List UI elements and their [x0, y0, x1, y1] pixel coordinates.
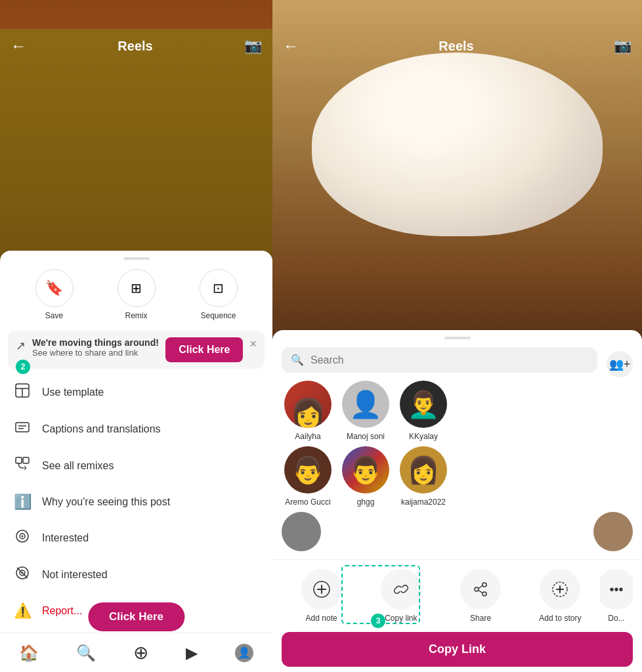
- svg-point-24: [482, 583, 486, 587]
- see-remixes-item[interactable]: See all remixes: [0, 448, 272, 484]
- partial-text: [326, 512, 588, 551]
- add-story-label: Add to story: [539, 614, 581, 623]
- banner-title: We're moving things around!: [32, 337, 159, 348]
- not-interested-label: Not interested: [42, 569, 108, 581]
- search-input[interactable]: [310, 354, 588, 366]
- contact-ghgg[interactable]: ghgg: [339, 446, 392, 507]
- page-title-right: Reels: [439, 39, 473, 54]
- contact-kkyalay[interactable]: KKyalay: [397, 381, 450, 441]
- see-remixes-label: See all remixes: [42, 460, 114, 472]
- add-note-label: Add note: [306, 614, 337, 623]
- captions-item[interactable]: Captions and translations: [0, 411, 272, 448]
- contact-avatar-kkyalay: [400, 381, 447, 428]
- sheet-handle: [123, 257, 150, 260]
- banner-arrow-icon: ↗: [16, 339, 26, 353]
- svg-line-27: [479, 586, 482, 589]
- share-handle: [444, 337, 471, 339]
- right-panel: 2:45 🔑⚡9.3K/s 📶🔋 ← Reels 📷 🔍 👥+ Aailyha: [272, 0, 642, 672]
- copy-link-button[interactable]: Copy Link: [282, 632, 633, 667]
- add-to-story-action[interactable]: Add to story: [521, 569, 600, 623]
- copy-link-icon: [381, 569, 421, 610]
- close-banner-button[interactable]: ×: [249, 337, 257, 351]
- remix-icon: ⊞: [118, 269, 156, 307]
- search-row: 🔍 👥+: [272, 347, 642, 381]
- svg-rect-7: [23, 457, 29, 463]
- contact-aailyha[interactable]: Aailyha: [282, 381, 334, 441]
- sequence-icon: ⊡: [200, 269, 238, 307]
- interested-icon: [13, 529, 32, 547]
- left-panel: 2:45 🔑⚡15K/s 📶🔋 ← Reels 📷 🤍 586K 💬 1,267…: [0, 0, 272, 672]
- contact-name-manoj: Manoj soni: [347, 432, 385, 441]
- notification-banner: ↗ We're moving things around! See where …: [8, 331, 265, 369]
- add-story-icon: [540, 569, 580, 610]
- svg-line-14: [17, 568, 28, 578]
- sequence-label: Sequence: [200, 311, 236, 320]
- camera-icon-right[interactable]: 📷: [614, 37, 631, 54]
- contact-partial-1[interactable]: [282, 512, 321, 551]
- share-icon-action: [460, 569, 501, 610]
- svg-point-26: [475, 587, 479, 591]
- contact-name-kkyalay: KKyalay: [409, 432, 438, 441]
- svg-point-25: [482, 592, 486, 596]
- contact-partial-2[interactable]: [593, 512, 633, 551]
- camera-icon-left[interactable]: 📷: [244, 37, 262, 54]
- captions-icon: [13, 420, 32, 438]
- contact-aremo[interactable]: Aremo Gucci: [282, 446, 334, 507]
- share-action[interactable]: Share: [441, 569, 521, 623]
- step2-badge: 2: [16, 360, 30, 374]
- search-icon: 🔍: [291, 354, 304, 366]
- banner-subtitle: See where to share and link: [32, 348, 159, 358]
- nav-home[interactable]: 🏠: [19, 644, 39, 662]
- contacts-row-1: Aailyha Manoj soni KKyalay: [272, 381, 642, 446]
- interested-label: Interested: [42, 532, 89, 544]
- share-label: Share: [470, 614, 491, 623]
- nav-reels[interactable]: ▶: [186, 644, 198, 662]
- contact-manoj[interactable]: Manoj soni: [339, 381, 392, 441]
- sheet-icons-row: 🔖 Save ⊞ Remix ⊡ Sequence: [0, 269, 272, 331]
- do-label: Do...: [608, 614, 624, 623]
- copy-link-label: Copy link: [385, 614, 417, 623]
- interested-item[interactable]: Interested: [0, 520, 272, 556]
- remixes-icon: [13, 457, 32, 475]
- nav-search[interactable]: 🔍: [76, 644, 96, 662]
- search-bar[interactable]: 🔍: [282, 347, 597, 373]
- add-note-action[interactable]: Add note: [282, 569, 361, 623]
- back-button-left[interactable]: ←: [11, 37, 26, 55]
- back-button-right[interactable]: ←: [283, 37, 299, 55]
- more-action[interactable]: ••• Do...: [600, 569, 633, 623]
- not-interested-item[interactable]: Not interested: [0, 556, 272, 593]
- info-icon: ℹ️: [13, 494, 32, 511]
- use-template-item[interactable]: Use template: [0, 374, 272, 411]
- step3-badge: 3: [371, 614, 385, 628]
- report-label: Report...: [42, 605, 82, 617]
- save-icon: 🔖: [35, 269, 74, 307]
- not-interested-icon: [13, 566, 32, 584]
- contact-kaijama[interactable]: kaijama2022: [397, 446, 450, 507]
- contact-name-aailyha: Aailyha: [295, 432, 320, 441]
- svg-line-28: [479, 591, 482, 593]
- click-here-button[interactable]: Click Here: [165, 337, 243, 362]
- why-seeing-item[interactable]: ℹ️ Why you're seeing this post: [0, 484, 272, 520]
- nav-create[interactable]: ⊕: [133, 642, 148, 663]
- add-person-button[interactable]: 👥+: [607, 351, 633, 377]
- use-template-label: Use template: [42, 387, 104, 398]
- add-note-icon: [301, 569, 342, 610]
- contact-avatar-aailyha: [284, 381, 332, 428]
- bottom-nav: 🏠 🔍 ⊕ ▶ 👤: [0, 633, 272, 672]
- reels-header-right: ← Reels 📷: [272, 29, 642, 63]
- share-actions-container: Add note Copy link: [272, 560, 642, 629]
- remix-item[interactable]: ⊞ Remix: [118, 269, 156, 320]
- contact-name-aremo: Aremo Gucci: [285, 497, 330, 507]
- contacts-row-2: Aremo Gucci ghgg kaijama2022: [272, 446, 642, 512]
- save-item[interactable]: 🔖 Save: [35, 269, 74, 320]
- svg-rect-3: [16, 423, 29, 432]
- contact-avatar-partial-1: [282, 512, 321, 551]
- banner-text-area: We're moving things around! See where to…: [32, 337, 159, 358]
- click-here-bottom-button[interactable]: Click Here: [88, 602, 184, 631]
- sequence-item[interactable]: ⊡ Sequence: [200, 269, 238, 320]
- remix-label: Remix: [125, 311, 147, 320]
- contact-avatar-aremo: [284, 446, 332, 494]
- captions-label: Captions and translations: [42, 423, 161, 435]
- nav-profile[interactable]: 👤: [235, 644, 253, 662]
- page-title-left: Reels: [118, 39, 152, 54]
